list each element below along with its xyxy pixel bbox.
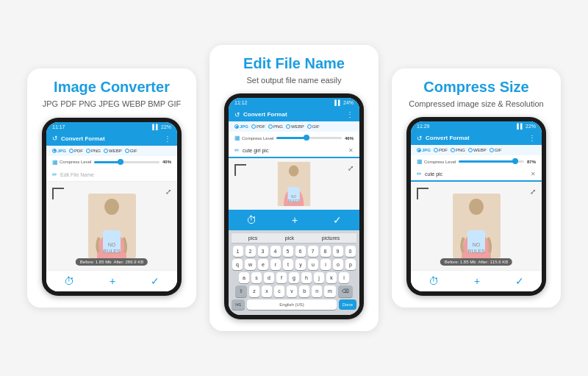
symbols-key[interactable]: !#1 bbox=[232, 299, 245, 310]
clear-icon-3[interactable]: ✕ bbox=[531, 171, 536, 177]
done-key[interactable]: Done bbox=[339, 299, 356, 310]
key-w[interactable]: w bbox=[245, 259, 256, 270]
compress-row-3: ▦ Compress Level 87% bbox=[411, 155, 542, 168]
key-l[interactable]: l bbox=[339, 272, 349, 283]
key-n[interactable]: n bbox=[312, 285, 322, 297]
add-action-2[interactable]: + bbox=[292, 214, 298, 226]
suggestion-3[interactable]: pictures bbox=[322, 235, 340, 241]
backspace-key[interactable]: ⌫ bbox=[338, 285, 353, 297]
suggestion-1[interactable]: pics bbox=[248, 235, 257, 241]
menu-icon-2[interactable]: ⋮ bbox=[346, 110, 354, 118]
key-g[interactable]: g bbox=[289, 272, 299, 283]
format-webp-2[interactable]: WEBP bbox=[286, 124, 304, 129]
radio-webp-1 bbox=[104, 149, 108, 153]
format-row-1: JPG PDF PNG WEBP bbox=[46, 146, 177, 156]
key-q[interactable]: q bbox=[232, 259, 243, 270]
format-gif-3[interactable]: GIF bbox=[490, 148, 502, 152]
format-png-2[interactable]: PNG bbox=[268, 124, 283, 129]
filename-placeholder-1[interactable]: Edit File Name bbox=[60, 172, 171, 177]
card-compress-size: Compress Size Compressed image size & Re… bbox=[392, 68, 561, 308]
filename-value-2[interactable]: cute girl pic bbox=[243, 148, 345, 153]
preview-area-2: ⤢ NO RULES bbox=[229, 158, 359, 210]
menu-icon-3[interactable]: ⋮ bbox=[528, 134, 536, 142]
key-u[interactable]: u bbox=[308, 259, 318, 270]
check-action-2[interactable]: ✓ bbox=[333, 214, 342, 226]
key-4[interactable]: 4 bbox=[270, 246, 281, 257]
clear-icon-2[interactable]: ✕ bbox=[348, 147, 354, 154]
format-webp-3[interactable]: WEBP bbox=[468, 148, 487, 152]
keyboard-suggestions-2: pics pick pictures bbox=[232, 233, 356, 244]
expand-icon-3[interactable]: ⤢ bbox=[530, 188, 536, 196]
key-e[interactable]: e bbox=[258, 259, 268, 270]
key-j[interactable]: j bbox=[314, 272, 324, 283]
menu-icon-1[interactable]: ⋮ bbox=[164, 135, 171, 143]
crop-corner-tl-2 bbox=[234, 164, 246, 176]
key-6[interactable]: 6 bbox=[295, 246, 306, 257]
key-t[interactable]: t bbox=[283, 259, 293, 270]
add-button-3[interactable]: + bbox=[474, 275, 480, 287]
key-o[interactable]: o bbox=[333, 259, 343, 270]
convert-icon-2: ↺ bbox=[234, 111, 240, 118]
history-button-1[interactable]: ⏱ bbox=[64, 275, 74, 287]
format-pdf-1[interactable]: PDF bbox=[69, 149, 83, 153]
key-d[interactable]: d bbox=[264, 272, 274, 283]
key-b[interactable]: b bbox=[299, 285, 309, 297]
key-r[interactable]: r bbox=[270, 259, 281, 270]
check-button-3[interactable]: ✓ bbox=[515, 275, 524, 287]
key-c[interactable]: c bbox=[274, 285, 284, 297]
key-f[interactable]: f bbox=[276, 272, 287, 283]
key-m[interactable]: m bbox=[324, 285, 336, 297]
shift-key[interactable]: ⇧ bbox=[235, 285, 247, 297]
format-jpg-2[interactable]: JPG bbox=[234, 124, 248, 129]
space-key[interactable]: English (US) bbox=[247, 299, 336, 310]
person-image-1: NO RULES bbox=[88, 194, 136, 258]
person-image-3: NO RULES bbox=[453, 194, 501, 258]
key-2[interactable]: 2 bbox=[245, 246, 256, 257]
key-k[interactable]: k bbox=[326, 272, 337, 283]
convert-icon-3: ↺ bbox=[417, 135, 423, 142]
compress-fill-3 bbox=[459, 160, 515, 163]
add-button-1[interactable]: + bbox=[110, 275, 115, 287]
key-z[interactable]: z bbox=[249, 285, 259, 297]
card-title-2: Edit File Name bbox=[243, 55, 345, 72]
key-a[interactable]: a bbox=[239, 272, 249, 283]
filename-value-3[interactable]: cute pic bbox=[425, 171, 528, 177]
key-h[interactable]: h bbox=[301, 272, 312, 283]
format-png-1[interactable]: PNG bbox=[86, 149, 101, 153]
format-png-3[interactable]: PNG bbox=[451, 148, 465, 152]
compress-bar-3[interactable] bbox=[459, 160, 524, 163]
history-action-2[interactable]: ⏱ bbox=[246, 214, 257, 226]
check-button-1[interactable]: ✓ bbox=[151, 275, 159, 287]
suggestion-2[interactable]: pick bbox=[285, 235, 294, 241]
compress-row-2: ▦ Compress Level 46% bbox=[229, 132, 359, 144]
key-s[interactable]: s bbox=[251, 272, 262, 283]
key-v[interactable]: v bbox=[287, 285, 297, 297]
format-jpg-1[interactable]: JPG bbox=[52, 149, 66, 153]
key-p[interactable]: p bbox=[345, 259, 356, 270]
expand-icon-2[interactable]: ⤢ bbox=[348, 164, 354, 172]
format-gif-2[interactable]: GIF bbox=[307, 124, 320, 129]
header-title-2: Convert Format bbox=[243, 111, 287, 118]
status-signal-3: ▌▌ 22% bbox=[517, 124, 536, 129]
format-jpg-3[interactable]: JPG bbox=[417, 148, 431, 152]
key-3[interactable]: 3 bbox=[258, 246, 268, 257]
compress-bar-1[interactable] bbox=[94, 161, 159, 163]
key-9[interactable]: 9 bbox=[333, 246, 343, 257]
radio-png-1 bbox=[86, 149, 90, 153]
key-5[interactable]: 5 bbox=[283, 246, 293, 257]
format-pdf-3[interactable]: PDF bbox=[434, 148, 448, 152]
compress-bar-2[interactable] bbox=[276, 137, 342, 139]
key-7[interactable]: 7 bbox=[308, 246, 318, 257]
key-0[interactable]: 0 bbox=[345, 246, 356, 257]
history-button-3[interactable]: ⏱ bbox=[429, 275, 439, 287]
key-i[interactable]: i bbox=[320, 259, 331, 270]
compress-thumb-2 bbox=[304, 135, 309, 141]
key-x[interactable]: x bbox=[262, 285, 272, 297]
format-pdf-2[interactable]: PDF bbox=[251, 124, 265, 129]
format-gif-1[interactable]: GIF bbox=[125, 149, 137, 153]
key-1[interactable]: 1 bbox=[233, 246, 243, 257]
expand-icon-1[interactable]: ⤢ bbox=[165, 188, 171, 196]
key-y[interactable]: y bbox=[295, 259, 306, 270]
format-webp-1[interactable]: WEBP bbox=[104, 149, 122, 153]
key-8[interactable]: 8 bbox=[320, 246, 331, 257]
